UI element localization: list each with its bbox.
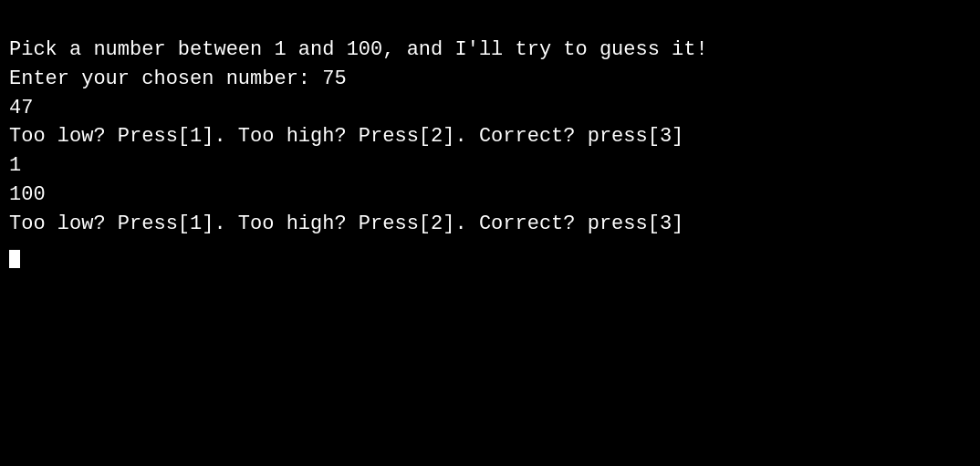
terminal-line xyxy=(9,239,971,268)
terminal-line: 47 xyxy=(9,94,971,123)
terminal-line: 1 xyxy=(9,151,971,181)
terminal-output: Pick a number between 1 and 100, and I'l… xyxy=(9,7,971,459)
terminal-line: 100 xyxy=(9,181,971,210)
terminal-line: Enter your chosen number: 75 xyxy=(9,65,971,94)
cursor xyxy=(9,250,20,268)
terminal-line: Too low? Press[1]. Too high? Press[2]. C… xyxy=(9,122,971,151)
terminal-line: Too low? Press[1]. Too high? Press[2]. C… xyxy=(9,210,971,239)
terminal-line: Pick a number between 1 and 100, and I'l… xyxy=(9,36,971,65)
